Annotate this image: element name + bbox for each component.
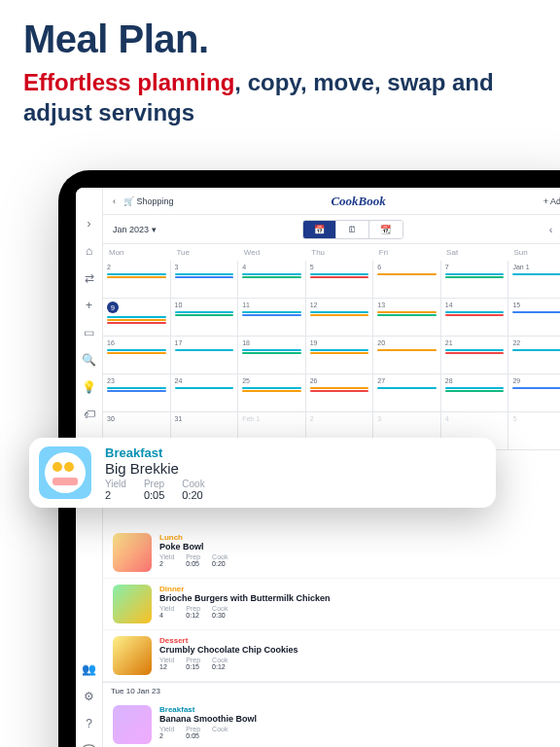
add-button[interactable]: + Add (543, 196, 560, 206)
cal-cell[interactable]: 12 (306, 299, 373, 336)
calendar-grid: 2 3 4 5 6 7 Jan 1 9 10 11 12 13 14 15 16… (103, 261, 560, 449)
weekday-label: Fri (373, 244, 440, 261)
cal-cell[interactable]: 6 (373, 261, 440, 298)
cal-cell[interactable]: Jan 1 (508, 261, 560, 298)
stat-label: Prep (144, 479, 164, 489)
weekday-label: Wed (238, 244, 305, 261)
meal-title: Poke Bowl (159, 542, 560, 551)
view-segment: 📅 🗓 📆 (302, 220, 403, 239)
cal-cell[interactable]: 20 (373, 337, 440, 374)
cal-cell[interactable]: 5 (508, 412, 560, 449)
weekday-label: Sat (440, 244, 508, 261)
stat-label: Yield (105, 479, 126, 489)
cal-cell[interactable]: 27 (373, 374, 440, 411)
plus-icon[interactable]: + (83, 299, 96, 312)
app-logo: CookBook (174, 194, 543, 209)
weekday-label: Thu (305, 244, 372, 261)
cal-cell[interactable]: 17 (171, 337, 238, 374)
meal-type: Breakfast (159, 705, 560, 714)
promo-subtitle: Effortless planning, copy, move, swap an… (23, 67, 537, 127)
meal-row[interactable]: Dinner Brioche Burgers with Buttermilk C… (103, 579, 560, 630)
weekday-label: Sun (508, 244, 560, 261)
meal-row[interactable]: Breakfast Banana Smoothie Bowl Yield2Pre… (103, 699, 560, 747)
back-button[interactable]: ‹ (113, 196, 116, 206)
cal-cell[interactable]: 5 (306, 261, 373, 298)
book-icon[interactable]: ▭ (83, 326, 96, 339)
popout-meal-type: Breakfast (105, 445, 205, 460)
promo-title: Meal Plan. (23, 18, 537, 61)
stat-value: 0:05 (144, 489, 164, 501)
cal-cell[interactable]: 10 (171, 299, 238, 336)
segment-week[interactable]: 🗓 (336, 221, 369, 238)
cal-cell[interactable]: 4 (238, 261, 305, 298)
stat-value: 0:20 (182, 489, 204, 501)
cal-cell[interactable]: 29 (508, 374, 560, 411)
cal-cell-today[interactable]: 9 (103, 299, 170, 336)
meal-type: Dessert (159, 636, 560, 645)
cal-cell[interactable]: 22 (508, 337, 560, 374)
bulb-icon[interactable]: 💡 (83, 380, 96, 394)
cal-cell[interactable]: 11 (238, 299, 305, 336)
cal-cell[interactable]: 19 (306, 337, 373, 374)
day-header: Tue 10 Jan 23 (103, 682, 560, 699)
tag-icon[interactable]: 🏷 (83, 408, 96, 421)
prev-button[interactable]: ‹ (549, 224, 553, 235)
cal-cell[interactable]: 26 (306, 374, 373, 411)
popout-meal-title: Big Brekkie (105, 460, 205, 477)
cal-cell[interactable]: 24 (171, 374, 238, 411)
meal-list: Lunch Poke Bowl Yield2Prep0:05Cook0:20 D… (103, 467, 560, 747)
meal-popout-card[interactable]: Breakfast Big Brekkie Yield2 Prep0:05 Co… (29, 438, 496, 508)
home-icon[interactable]: ⌂ (83, 244, 96, 258)
search-icon[interactable]: 🔍 (83, 353, 96, 367)
calendar-weekdays: Mon Tue Wed Thu Fri Sat Sun (103, 244, 560, 261)
meal-thumb (113, 585, 152, 623)
segment-month[interactable]: 📅 (303, 221, 336, 238)
cal-cell[interactable]: 15 (508, 299, 560, 336)
cal-cell[interactable]: 7 (441, 261, 508, 298)
meal-title: Crumbly Chocolate Chip Cookies (159, 645, 560, 655)
cal-cell[interactable]: 25 (238, 374, 305, 411)
meal-thumb (113, 533, 152, 572)
gear-icon[interactable]: ⚙ (83, 690, 96, 703)
stat-value: 2 (105, 489, 126, 501)
meal-title: Brioche Burgers with Buttermilk Chicken (159, 593, 560, 603)
segment-day[interactable]: 📆 (369, 221, 402, 238)
weekday-label: Tue (170, 244, 237, 261)
cal-cell[interactable]: 16 (103, 337, 170, 374)
weekday-label: Mon (103, 244, 170, 261)
meal-thumb (113, 636, 152, 675)
cal-cell[interactable]: 3 (171, 261, 238, 298)
help-icon[interactable]: ? (83, 717, 96, 730)
meal-type: Lunch (159, 533, 560, 542)
month-selector[interactable]: Jan 2023 ▾ (113, 225, 157, 234)
cal-cell[interactable]: 18 (238, 337, 305, 374)
meal-title: Banana Smoothie Bowl (159, 714, 560, 724)
shopping-link[interactable]: 🛒 Shopping (123, 196, 174, 206)
cal-cell[interactable]: 21 (441, 337, 508, 374)
meal-type: Dinner (159, 585, 560, 593)
cal-cell[interactable]: 28 (441, 374, 508, 411)
cal-cell[interactable]: 2 (103, 261, 170, 298)
cal-cell[interactable]: 14 (441, 299, 508, 336)
meal-row[interactable]: Lunch Poke Bowl Yield2Prep0:05Cook0:20 (103, 527, 560, 579)
control-bar: Jan 2023 ▾ 📅 🗓 📆 ‹ › (103, 215, 560, 244)
swap-icon[interactable]: ⇄ (83, 271, 96, 285)
meal-row[interactable]: Dessert Crumbly Chocolate Chip Cookies Y… (103, 630, 560, 682)
cal-cell[interactable]: 13 (373, 299, 440, 336)
meal-thumb (113, 705, 152, 744)
stat-label: Cook (182, 479, 204, 489)
top-bar: ‹ 🛒 Shopping CookBook + Add (103, 188, 560, 215)
popout-thumb (39, 446, 91, 499)
chevron-right-icon[interactable]: › (83, 217, 96, 231)
users-icon[interactable]: 👥 (83, 662, 96, 676)
cal-cell[interactable]: 23 (103, 374, 170, 411)
